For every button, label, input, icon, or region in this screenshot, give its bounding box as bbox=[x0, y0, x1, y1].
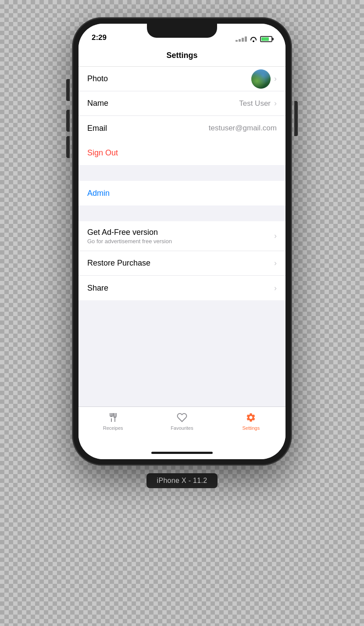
signal-icon bbox=[236, 36, 247, 42]
tab-favourites[interactable]: Favourites bbox=[147, 411, 216, 431]
status-icons bbox=[236, 36, 272, 42]
photo-right: › bbox=[251, 69, 277, 89]
adfree-right: › bbox=[274, 231, 277, 241]
signout-row[interactable]: Sign Out bbox=[79, 140, 285, 165]
home-indicator bbox=[79, 446, 285, 459]
home-bar bbox=[151, 452, 213, 454]
notch bbox=[147, 24, 217, 38]
adfree-row[interactable]: Get Ad-Free version Go for advertisement… bbox=[79, 221, 285, 251]
admin-section: Admin bbox=[79, 181, 285, 205]
section-divider-3 bbox=[79, 300, 285, 316]
signout-label: Sign Out bbox=[87, 148, 118, 158]
restore-right: › bbox=[274, 259, 277, 268]
restore-chevron: › bbox=[274, 259, 277, 268]
share-label-wrap: Share bbox=[87, 284, 108, 293]
tab-receipes-label: Receipes bbox=[103, 425, 123, 431]
status-time: 2:29 bbox=[92, 33, 107, 42]
email-row[interactable]: Email testuser@gmail.com bbox=[79, 116, 285, 140]
battery-fill bbox=[261, 37, 269, 41]
name-value: Test User bbox=[239, 99, 271, 108]
restore-label-wrap: Restore Purchase bbox=[87, 259, 150, 268]
name-row[interactable]: Name Test User › bbox=[79, 91, 285, 116]
section-divider-1 bbox=[79, 165, 285, 181]
name-right: Test User › bbox=[239, 99, 277, 108]
photo-chevron: › bbox=[274, 74, 277, 83]
email-label-wrap: Email bbox=[87, 124, 107, 133]
battery-icon bbox=[260, 36, 272, 42]
share-right: › bbox=[274, 284, 277, 293]
utensils-icon bbox=[107, 411, 119, 424]
avatar-image bbox=[251, 69, 271, 89]
device-label: iPhone X - 11.2 bbox=[146, 473, 218, 488]
admin-label: Admin bbox=[87, 189, 110, 198]
adfree-label: Get Ad-Free version bbox=[87, 228, 172, 237]
adfree-chevron: › bbox=[274, 231, 277, 241]
adfree-label-wrap: Get Ad-Free version Go for advertisement… bbox=[87, 228, 172, 245]
photo-row[interactable]: Photo › bbox=[79, 67, 285, 91]
nav-bar: Settings bbox=[79, 45, 285, 67]
restore-row[interactable]: Restore Purchase › bbox=[79, 251, 285, 276]
admin-row[interactable]: Admin bbox=[79, 181, 285, 205]
avatar bbox=[251, 69, 271, 89]
name-label-wrap: Name bbox=[87, 99, 108, 108]
page-title: Settings bbox=[166, 51, 197, 60]
profile-section: Photo › Name bbox=[79, 67, 285, 140]
gear-icon bbox=[245, 411, 257, 424]
phone-wrapper: 2:29 Settings bbox=[72, 18, 292, 488]
tab-receipes[interactable]: Receipes bbox=[79, 411, 147, 431]
signout-section: Sign Out bbox=[79, 140, 285, 165]
adfree-sublabel: Go for advertisement free version bbox=[87, 238, 172, 245]
restore-label: Restore Purchase bbox=[87, 259, 150, 268]
tab-favourites-label: Favourites bbox=[171, 425, 193, 431]
share-chevron: › bbox=[274, 284, 277, 293]
name-chevron: › bbox=[274, 99, 277, 108]
tab-settings[interactable]: Settings bbox=[217, 411, 285, 431]
share-row[interactable]: Share › bbox=[79, 276, 285, 300]
phone-screen: 2:29 Settings bbox=[79, 24, 285, 459]
heart-icon bbox=[176, 411, 188, 424]
email-value: testuser@gmail.com bbox=[209, 124, 277, 133]
tab-bar: Receipes Favourites bbox=[79, 407, 285, 446]
photo-label-wrap: Photo bbox=[87, 74, 108, 83]
content-area: Photo › Name bbox=[79, 67, 285, 407]
email-label: Email bbox=[87, 124, 107, 133]
purchases-section: Get Ad-Free version Go for advertisement… bbox=[79, 221, 285, 300]
photo-label: Photo bbox=[87, 74, 108, 83]
name-label: Name bbox=[87, 99, 108, 108]
tab-settings-label: Settings bbox=[242, 425, 260, 431]
share-label: Share bbox=[87, 284, 108, 293]
phone-device: 2:29 Settings bbox=[72, 18, 292, 465]
email-right: testuser@gmail.com bbox=[209, 124, 277, 133]
section-divider-2 bbox=[79, 205, 285, 221]
wifi-icon bbox=[250, 36, 257, 42]
